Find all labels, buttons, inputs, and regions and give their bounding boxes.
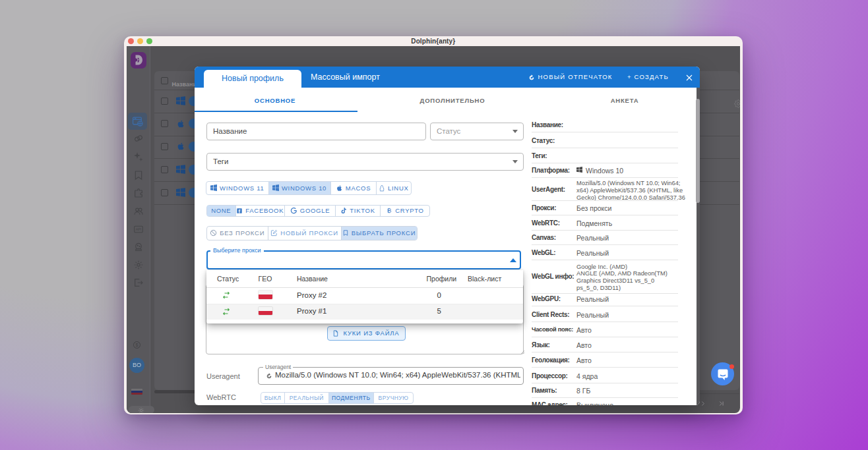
svg-text:API: API bbox=[135, 227, 141, 231]
